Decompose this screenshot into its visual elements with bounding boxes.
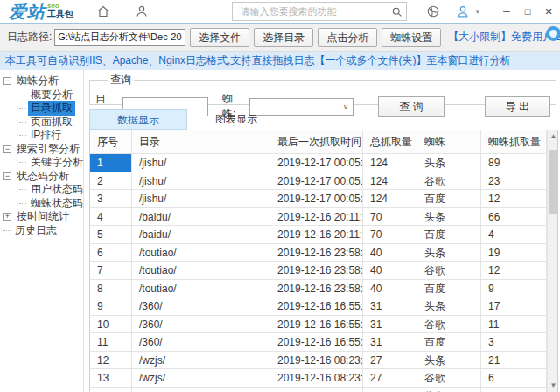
sidebar-item-page-crawl[interactable]: 页面抓取 (0, 116, 83, 130)
search-icon[interactable] (391, 6, 402, 18)
table-cell: /wzjs/ (132, 369, 270, 388)
table-cell: /toutiao/ (132, 280, 270, 298)
table-cell: /toutiao/ (132, 244, 270, 262)
log-path-input[interactable] (54, 29, 186, 46)
tab-chart-view[interactable]: 图表显示 (187, 109, 285, 130)
sidebar-item-label: IP排行 (28, 128, 64, 143)
table-cell: 124 (363, 190, 417, 208)
column-header[interactable]: 目录 (132, 130, 270, 154)
table-cell: 3 (481, 333, 547, 352)
table-row[interactable]: 10/360/2019-12-16 16:55:5731谷歌11 (90, 316, 547, 334)
table-cell: 27 (363, 369, 417, 388)
table-cell: 17 (481, 298, 547, 316)
expand-toggle-icon[interactable]: + (4, 213, 11, 220)
table-header-row: 序号目录最后一次抓取时间总抓取量蜘蛛蜘蛛抓取量 (90, 130, 547, 154)
table-row[interactable]: 9/360/2019-12-16 16:55:5731头条17 (90, 298, 547, 316)
table-cell: 89 (481, 154, 547, 172)
table-cell: /360/ (132, 333, 270, 352)
column-header[interactable]: 最后一次抓取时间 (270, 130, 363, 154)
combo-chevron-icon[interactable]: ∨ (339, 102, 353, 111)
table-row[interactable]: 14/qukuai/2019-12-17 00:44:5723头条13 (90, 388, 547, 392)
table-cell: 6 (481, 369, 547, 388)
scroll-up-icon[interactable]: ▲ (548, 130, 558, 143)
table-cell: 70 (363, 208, 417, 227)
vertical-scrollbar[interactable]: ▲ ▼ (547, 130, 558, 392)
table-row[interactable]: 3/jishu/2019-12-17 00:05:22124百度12 (90, 190, 547, 208)
tree-connector-line (19, 108, 26, 108)
query-group: 查询 目录: 蜘蛛: ∨ 查 询 导 出 (89, 73, 556, 105)
spider-settings-button[interactable]: 蜘蛛设置 (382, 28, 441, 47)
table-row[interactable]: 13/wzjs/2019-12-16 08:23:2827谷歌6 (90, 369, 547, 388)
table-cell: 头条 (417, 154, 481, 172)
user-icon[interactable] (456, 4, 470, 18)
sidebar-item-spider-analysis[interactable]: −蜘蛛分析 (0, 74, 83, 88)
column-header[interactable]: 蜘蛛 (417, 130, 481, 154)
choose-dir-button[interactable]: 选择目录 (254, 28, 313, 47)
table-row[interactable]: 6/toutiao/2019-12-16 23:58:5140头条19 (90, 244, 547, 262)
floating-badge-icon[interactable] (546, 26, 560, 41)
table-cell: 谷歌 (417, 316, 481, 334)
table-row[interactable]: 5/baidu/2019-12-16 20:11:2070百度4 (90, 226, 547, 244)
query-legend: 查询 (108, 73, 134, 88)
network-icon[interactable] (426, 4, 440, 18)
table-cell: 23 (363, 388, 417, 392)
function-search[interactable] (232, 2, 407, 21)
sidebar-item-spider-status-code[interactable]: 蜘蛛状态码 (0, 197, 83, 211)
column-header[interactable]: 蜘蛛抓取量 (481, 130, 547, 154)
home-icon[interactable] (96, 4, 110, 18)
table-cell: 2019-12-17 00:05:22 (270, 154, 363, 172)
table-row[interactable]: 2/jishu/2019-12-17 00:05:22124谷歌23 (90, 172, 547, 191)
table-cell: 2019-12-16 23:58:51 (270, 262, 363, 280)
sidebar-item-label: 历史日志 (12, 223, 60, 238)
sidebar-item-history-log[interactable]: 历史日志 (0, 224, 83, 238)
sidebar-item-time-statistics[interactable]: +按时间统计 (0, 210, 83, 224)
sidebar-item-search-engine-analysis[interactable]: −搜索引擎分析 (0, 143, 83, 157)
column-header[interactable]: 序号 (90, 130, 132, 154)
table-row[interactable]: 8/toutiao/2019-12-16 23:58:5140百度9 (90, 280, 547, 298)
table-cell: 70 (363, 226, 417, 244)
table-cell: /toutiao/ (132, 262, 270, 280)
table-cell: 12 (481, 262, 547, 280)
export-button[interactable]: 导 出 (485, 96, 550, 117)
app-logo: 爱站 seo 工具包 (9, 3, 74, 20)
analyze-button[interactable]: 点击分析 (318, 28, 377, 47)
sidebar-item-directory-crawl[interactable]: 目录抓取 (0, 102, 83, 116)
query-button[interactable]: 查 询 (378, 96, 444, 117)
tab-data-view[interactable]: 数据显示 (89, 109, 187, 130)
table-row[interactable]: 7/toutiao/2019-12-16 23:58:5140谷歌12 (90, 262, 547, 280)
search-input[interactable] (238, 5, 391, 18)
sidebar-item-user-status-code[interactable]: 用户状态码 (0, 183, 83, 197)
contact-service-icon[interactable] (135, 4, 149, 18)
table-row[interactable]: 11/360/2019-12-16 16:55:5731百度3 (90, 333, 547, 352)
collapse-toggle-icon[interactable]: − (4, 145, 11, 153)
table-row[interactable]: 12/wzjs/2019-12-16 08:23:2827头条21 (90, 352, 547, 370)
table-cell: /baidu/ (132, 208, 270, 227)
table-cell: 12 (481, 190, 547, 208)
column-header[interactable]: 总抓取量 (363, 130, 417, 154)
table-cell: 10 (90, 316, 132, 334)
sidebar-item-keyword-analysis[interactable]: 关键字分析 (0, 156, 83, 170)
table-cell: 头条 (417, 388, 481, 392)
scroll-down-icon[interactable]: ▼ (548, 380, 558, 392)
minimize-button[interactable]: ─ (500, 4, 513, 18)
sidebar-item-ip-ranking[interactable]: IP排行 (0, 129, 83, 143)
choose-file-button[interactable]: 选择文件 (190, 28, 249, 47)
sidebar-item-label: 关键字分析 (28, 155, 84, 170)
table-cell: 8 (90, 280, 132, 298)
collapse-toggle-icon[interactable]: − (4, 172, 11, 180)
maximize-button[interactable]: □ (522, 4, 534, 18)
table-cell: 2019-12-16 23:58:51 (270, 280, 363, 298)
tree-connector-line (19, 135, 26, 136)
table-row[interactable]: 4/baidu/2019-12-16 20:11:2070头条66 (90, 208, 547, 227)
close-button[interactable]: ✕ (542, 4, 555, 18)
sidebar-item-status-code-analysis[interactable]: −状态码分析 (0, 170, 83, 184)
chevron-down-icon[interactable]: ▾ (475, 7, 480, 16)
table-cell: 2019-12-16 16:55:57 (270, 333, 363, 352)
table-row[interactable]: 1/jishu/2019-12-17 00:05:22124头条89 (90, 154, 547, 172)
sidebar-item-summary-analysis[interactable]: 概要分析 (0, 88, 83, 102)
table-cell: 头条 (417, 352, 481, 370)
scrollbar-thumb[interactable] (549, 150, 558, 214)
tree-connector-line (19, 162, 26, 163)
collapse-toggle-icon[interactable]: − (4, 77, 11, 85)
table-cell: 9 (90, 298, 132, 316)
